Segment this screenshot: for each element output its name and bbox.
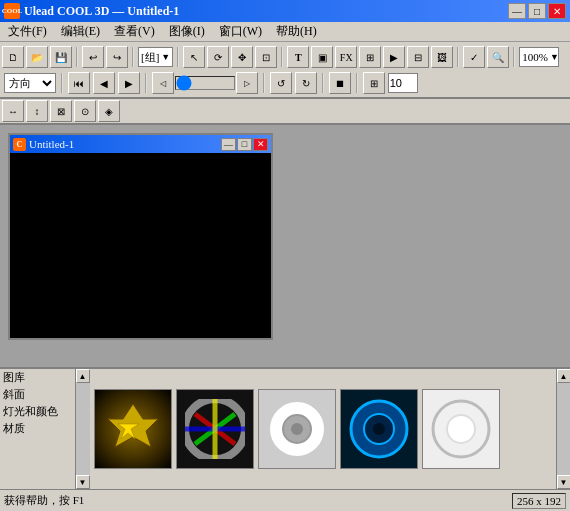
toolbar-row-1: 🗋 📂 💾 ↩ ↪ [组] ▼ ↖ ⟳ ✥ ⊡ T ▣ FX ⊞ ▶ ⊟ 🖼 [2, 44, 568, 70]
move-button[interactable]: ✥ [231, 46, 253, 68]
grid-btn[interactable]: ⊞ [363, 72, 385, 94]
preview-button[interactable]: ▶ [383, 46, 405, 68]
thumbnail-1[interactable] [94, 389, 172, 469]
close-button[interactable]: ✕ [548, 3, 566, 19]
canvas-area[interactable] [10, 153, 271, 338]
export-button[interactable]: ⊟ [407, 46, 429, 68]
status-bar: 获得帮助，按 F1 256 x 192 [0, 489, 570, 511]
tool-e-btn[interactable]: ◈ [98, 100, 120, 122]
tool-a-btn[interactable]: ↔ [2, 100, 24, 122]
rotate-left-btn[interactable]: ↺ [270, 72, 292, 94]
slider-left-btn[interactable]: ◁ [152, 72, 174, 94]
separator-9 [263, 73, 265, 93]
work-area: C Untitled-1 — □ ✕ [0, 125, 570, 367]
check-button[interactable]: ✓ [463, 46, 485, 68]
group-dropdown[interactable]: [组] ▼ [138, 47, 173, 67]
redo-button[interactable]: ↪ [106, 46, 128, 68]
separator-10 [322, 73, 324, 93]
thumbnail-5[interactable] [422, 389, 500, 469]
right-scroll-track[interactable] [557, 383, 571, 475]
menu-image[interactable]: 图像(I) [163, 23, 211, 41]
separator-1 [76, 47, 78, 67]
tool-c-btn[interactable]: ⊠ [50, 100, 72, 122]
tool-b-btn[interactable]: ↕ [26, 100, 48, 122]
play-btn[interactable]: ▶ [118, 72, 140, 94]
list-item-lighting[interactable]: 灯光和颜色 [0, 403, 75, 420]
undo-button[interactable]: ↩ [82, 46, 104, 68]
left-panel: 图库 斜面 灯光和颜色 材质 ▲ ▼ [0, 369, 90, 489]
sub-title-left: C Untitled-1 [13, 138, 74, 151]
menu-view[interactable]: 查看(V) [108, 23, 161, 41]
sub-close-btn[interactable]: ✕ [253, 138, 268, 151]
frame-number-input[interactable]: 10 [388, 73, 418, 93]
tool-d-btn[interactable]: ⊙ [74, 100, 96, 122]
thumbnail-area [90, 369, 556, 489]
separator-4 [281, 47, 283, 67]
bottom-content: 图库 斜面 灯光和颜色 材质 ▲ ▼ [0, 369, 570, 489]
save-button[interactable]: 💾 [50, 46, 72, 68]
right-scroll-up-btn[interactable]: ▲ [557, 369, 571, 383]
fx-button[interactable]: FX [335, 46, 357, 68]
rotate-right-btn[interactable]: ↻ [295, 72, 317, 94]
menu-bar: 文件(F) 编辑(E) 查看(V) 图像(I) 窗口(W) 帮助(H) [0, 22, 570, 42]
open-button[interactable]: 📂 [26, 46, 48, 68]
slider-group: ◁ ▷ [152, 72, 258, 94]
sub-minimize-btn[interactable]: — [221, 138, 236, 151]
toolbar-row-3: ↔ ↕ ⊠ ⊙ ◈ [0, 99, 570, 125]
rotate-button[interactable]: ⟳ [207, 46, 229, 68]
separator-6 [513, 47, 515, 67]
status-help-text: 获得帮助，按 F1 [4, 493, 84, 508]
insert-button[interactable]: ▣ [311, 46, 333, 68]
sub-window-icon: C [13, 138, 26, 151]
maximize-button[interactable]: □ [528, 3, 546, 19]
list-item-bevel[interactable]: 斜面 [0, 386, 75, 403]
scale-button[interactable]: ⊡ [255, 46, 277, 68]
toolbar-row-2: 方向 ⏮ ◀ ▶ ◁ ▷ ↺ ↻ ⏹ ⊞ 10 [2, 71, 568, 95]
sub-window-controls: — □ ✕ [221, 138, 268, 151]
window-controls: — □ ✕ [508, 3, 566, 19]
sub-window-title: Untitled-1 [29, 138, 74, 150]
separator-11 [356, 73, 358, 93]
frame-slider[interactable] [175, 76, 235, 90]
list-item-material[interactable]: 材质 [0, 420, 75, 437]
sub-window-title-bar: C Untitled-1 — □ ✕ [10, 135, 271, 153]
thumbnail-2[interactable] [176, 389, 254, 469]
app-icon: COOL [4, 3, 20, 19]
zoom-dropdown[interactable]: 100% ▼ [519, 47, 559, 67]
separator-5 [457, 47, 459, 67]
zoom-button[interactable]: 🔍 [487, 46, 509, 68]
separator-2 [132, 47, 134, 67]
left-scroll-up-btn[interactable]: ▲ [76, 369, 90, 383]
right-scroll-down-btn[interactable]: ▼ [557, 475, 571, 489]
render-button[interactable]: ⊞ [359, 46, 381, 68]
menu-edit[interactable]: 编辑(E) [55, 23, 106, 41]
direction-select[interactable]: 方向 [4, 73, 56, 93]
menu-file[interactable]: 文件(F) [2, 23, 53, 41]
new-button[interactable]: 🗋 [2, 46, 24, 68]
sub-window: C Untitled-1 — □ ✕ [8, 133, 273, 340]
thumbnail-4[interactable] [340, 389, 418, 469]
status-dimensions: 256 x 192 [512, 493, 566, 509]
stop-btn[interactable]: ⏹ [329, 72, 351, 94]
bottom-panel: 图库 斜面 灯光和颜色 材质 ▲ ▼ [0, 367, 570, 489]
slider-right-btn[interactable]: ▷ [236, 72, 258, 94]
list-item-gallery[interactable]: 图库 [0, 369, 75, 386]
select-button[interactable]: ↖ [183, 46, 205, 68]
text-button[interactable]: T [287, 46, 309, 68]
menu-help[interactable]: 帮助(H) [270, 23, 323, 41]
right-scrollbar: ▲ ▼ [556, 369, 570, 489]
list-content: 图库 斜面 灯光和颜色 材质 [0, 369, 75, 489]
image-button[interactable]: 🖼 [431, 46, 453, 68]
window-title: Ulead COOL 3D — Untitled-1 [24, 4, 179, 19]
minimize-button[interactable]: — [508, 3, 526, 19]
sub-maximize-btn[interactable]: □ [237, 138, 252, 151]
left-scroll-down-btn[interactable]: ▼ [76, 475, 90, 489]
separator-3 [177, 47, 179, 67]
left-panel-inner: 图库 斜面 灯光和颜色 材质 ▲ ▼ [0, 369, 89, 489]
left-scrollbar: ▲ ▼ [75, 369, 89, 489]
start-frame-btn[interactable]: ⏮ [68, 72, 90, 94]
menu-window[interactable]: 窗口(W) [213, 23, 268, 41]
prev-frame-btn[interactable]: ◀ [93, 72, 115, 94]
thumbnail-3[interactable] [258, 389, 336, 469]
left-scroll-track[interactable] [76, 383, 90, 475]
